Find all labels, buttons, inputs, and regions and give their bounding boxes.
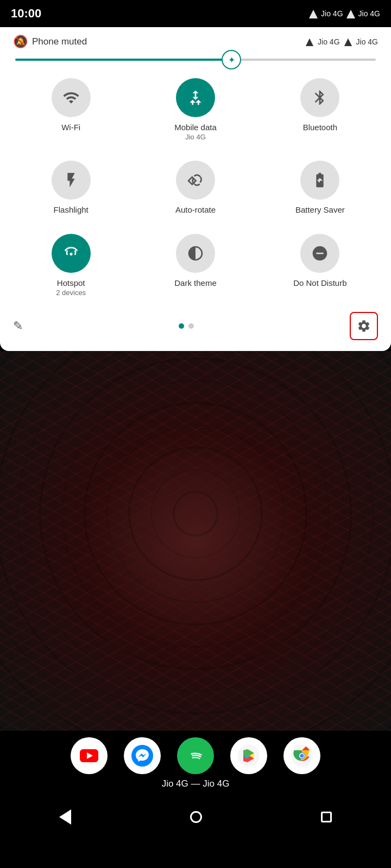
nav-back-button[interactable] (59, 809, 71, 825)
qs-signal2-label: Jio 4G (356, 37, 378, 46)
battery-saver-icon (311, 171, 329, 189)
qs-signal1-label: Jio 4G (318, 37, 339, 46)
brightness-slider[interactable]: ✦ (15, 59, 376, 61)
tile-auto-rotate-circle (176, 161, 215, 200)
dock-play[interactable] (230, 737, 267, 774)
auto-rotate-icon (187, 171, 204, 189)
tile-mobile-data[interactable]: Mobile data Jio 4G (133, 69, 257, 152)
brightness-row[interactable]: ✦ (0, 54, 391, 69)
svg-marker-0 (309, 10, 318, 18)
spotify-icon (185, 745, 206, 767)
tile-mobile-data-circle (176, 78, 215, 117)
svg-marker-3 (344, 39, 351, 46)
tile-dnd[interactable]: Do Not Disturb (258, 225, 382, 308)
tile-hotspot-label: Hotspot (57, 278, 85, 288)
qs-grid: Wi-Fi Mobile data Jio 4G Bluetooth (0, 69, 391, 308)
quick-settings-panel: 🔕 Phone muted Jio 4G Jio 4G ✦ (0, 27, 391, 351)
tile-hotspot[interactable]: Hotspot 2 devices (9, 225, 133, 308)
hotspot-icon (62, 245, 80, 262)
status-icons: Jio 4G Jio 4G (308, 9, 380, 18)
svg-point-16 (300, 754, 304, 758)
tile-bluetooth-circle (300, 78, 339, 117)
tile-flashlight-circle (52, 161, 91, 200)
tile-wifi[interactable]: Wi-Fi (9, 69, 133, 152)
tile-battery-saver-circle (300, 161, 339, 200)
tile-dnd-circle (300, 234, 339, 273)
tile-bluetooth[interactable]: Bluetooth (258, 69, 382, 152)
tile-battery-saver[interactable]: Battery Saver (258, 152, 382, 225)
signal2-label: Jio 4G (358, 9, 380, 18)
nav-recent-button[interactable] (321, 812, 332, 822)
dock-spotify[interactable] (177, 737, 214, 774)
tile-battery-saver-label: Battery Saver (295, 205, 345, 214)
tile-wifi-circle (52, 78, 91, 117)
nav-bar (0, 798, 391, 836)
mute-icon: 🔕 (13, 35, 28, 49)
bluetooth-icon (311, 89, 329, 106)
nav-recent-icon (321, 812, 332, 822)
qs-signal1-icon (305, 37, 314, 46)
brightness-thumb[interactable]: ✦ (222, 50, 241, 69)
flashlight-icon (62, 171, 80, 189)
svg-marker-1 (346, 10, 355, 18)
dock-youtube[interactable] (71, 737, 108, 774)
status-bar: 10:00 Jio 4G Jio 4G (0, 0, 391, 27)
dock-chrome[interactable] (283, 737, 320, 774)
tile-dark-theme-label: Dark theme (174, 278, 217, 288)
signal2-icon (345, 9, 356, 18)
dock-row (0, 737, 391, 774)
settings-button[interactable] (350, 312, 378, 340)
signal1-label: Jio 4G (321, 9, 343, 18)
nav-home-icon (190, 811, 202, 823)
qs-bottom: ✎ (0, 308, 391, 342)
wifi-icon (62, 89, 80, 106)
tile-flashlight[interactable]: Flashlight (9, 152, 133, 225)
tile-mobile-data-sublabel: Jio 4G (185, 133, 206, 141)
nav-home-button[interactable] (190, 811, 202, 823)
page-dot-1 (179, 323, 184, 329)
mobile-data-icon (187, 89, 204, 106)
settings-icon (357, 319, 371, 333)
tile-dnd-label: Do Not Disturb (293, 278, 346, 288)
tile-auto-rotate-label: Auto-rotate (175, 205, 216, 214)
tile-flashlight-label: Flashlight (54, 205, 89, 214)
tile-dark-theme[interactable]: Dark theme (133, 225, 257, 308)
page-dot-2 (188, 323, 194, 329)
dock-network-label: Jio 4G — Jio 4G (0, 778, 391, 794)
qs-topbar: 🔕 Phone muted Jio 4G Jio 4G (0, 27, 391, 54)
edit-button[interactable]: ✎ (13, 319, 23, 333)
tile-auto-rotate[interactable]: Auto-rotate (133, 152, 257, 225)
messenger-icon (131, 745, 153, 767)
status-time: 10:00 (11, 7, 41, 21)
tile-hotspot-circle (52, 234, 91, 273)
mute-text: Phone muted (32, 36, 87, 47)
dock-area: Jio 4G — Jio 4G (0, 731, 391, 798)
tile-bluetooth-label: Bluetooth (303, 123, 337, 132)
qs-signal2-icon (343, 37, 353, 46)
google-play-icon (238, 745, 260, 767)
youtube-icon (80, 749, 98, 762)
wallpaper (0, 351, 391, 731)
dock-messenger[interactable] (124, 737, 161, 774)
svg-point-6 (131, 745, 153, 767)
tile-hotspot-sublabel: 2 devices (56, 289, 86, 297)
dnd-icon (311, 245, 329, 262)
signal1-icon (308, 9, 319, 18)
svg-marker-2 (306, 39, 313, 46)
chrome-icon (291, 745, 313, 767)
dark-theme-icon (187, 245, 204, 262)
page-dots (179, 323, 194, 329)
tile-dark-theme-circle (176, 234, 215, 273)
tile-wifi-label: Wi-Fi (61, 123, 80, 132)
mute-area: 🔕 Phone muted (13, 35, 87, 49)
brightness-icon: ✦ (228, 55, 235, 65)
qs-signals: Jio 4G Jio 4G (305, 37, 378, 46)
nav-back-icon (59, 809, 71, 825)
tile-mobile-data-label: Mobile data (174, 123, 217, 132)
